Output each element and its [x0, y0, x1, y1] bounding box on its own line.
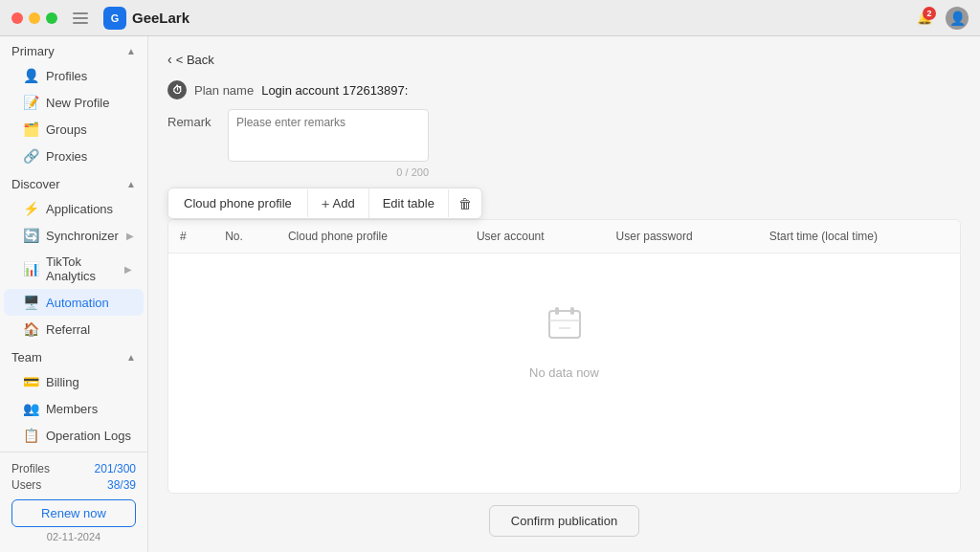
- sidebar-item-synchronizer[interactable]: 🔄 Synchronizer ▶: [4, 222, 144, 249]
- profiles-footer-label: Profiles: [11, 462, 50, 475]
- col-no: No.: [213, 220, 277, 254]
- sidebar-item-label: Synchronizer: [46, 229, 119, 243]
- automation-icon: 🖥️: [23, 295, 38, 310]
- chevron-up-icon: ▲: [126, 46, 136, 56]
- arrow-icon: ▶: [126, 231, 134, 241]
- footer-date: 02-11-2024: [11, 531, 136, 542]
- referral-icon: 🏠: [23, 321, 38, 337]
- no-data-icon: [542, 301, 588, 356]
- close-button[interactable]: [11, 12, 23, 24]
- svg-rect-2: [570, 307, 574, 315]
- back-arrow-icon: ‹: [167, 52, 172, 67]
- sidebar-item-billing[interactable]: 💳 Billing: [4, 368, 144, 395]
- sidebar-footer: Profiles 201/300 Users 38/39 Renew now 0…: [0, 452, 147, 552]
- svg-rect-1: [555, 307, 559, 315]
- sidebar-item-new-profile[interactable]: 📝 New Profile: [4, 89, 144, 116]
- logo-area: G GeeLark: [103, 7, 189, 30]
- delete-icon-button[interactable]: 🗑: [449, 189, 481, 218]
- sidebar-item-label: Operation Logs: [46, 429, 131, 443]
- sidebar-item-tiktok-analytics[interactable]: 📊 TikTok Analytics ▶: [4, 249, 144, 289]
- user-avatar[interactable]: 👤: [946, 7, 969, 30]
- titlebar-right: 🔔 2 👤: [917, 7, 969, 30]
- col-user-password: User password: [605, 220, 758, 254]
- profiles-icon: 👤: [23, 68, 38, 83]
- toolbar: Cloud phone profile + Add Edit table 🗑: [167, 188, 961, 219]
- sidebar-item-groups[interactable]: 🗂️ Groups: [4, 116, 144, 143]
- plan-label: Plan name: [194, 83, 254, 98]
- sidebar-item-profiles[interactable]: 👤 Profiles: [4, 62, 144, 89]
- trash-icon: 🗑: [458, 196, 472, 211]
- data-table: # No. Cloud phone profile User account U…: [168, 220, 960, 428]
- applications-icon: ⚡: [23, 201, 38, 216]
- bottom-bar: Confirm publication: [167, 505, 961, 537]
- back-label: < Back: [176, 53, 214, 67]
- sidebar-section-discover[interactable]: Discover ▲: [0, 169, 147, 195]
- proxies-icon: 🔗: [23, 148, 38, 164]
- groups-icon: 🗂️: [23, 121, 38, 137]
- remark-label: Remark: [167, 109, 220, 129]
- plan-row: ⏱ Plan name Login account 172613897:: [167, 80, 961, 99]
- back-link[interactable]: ‹ < Back: [167, 52, 961, 67]
- remark-row: Remark 0 / 200: [167, 109, 961, 178]
- sidebar-section-primary[interactable]: Primary ▲: [0, 36, 147, 62]
- sidebar-item-referral[interactable]: 🏠 Referral: [4, 316, 144, 342]
- profiles-count-row: Profiles 201/300: [11, 462, 136, 475]
- sidebar-item-label: TikTok Analytics: [46, 254, 117, 283]
- sidebar-item-label: Referral: [46, 322, 90, 337]
- plan-icon: ⏱: [167, 80, 187, 99]
- add-button[interactable]: + Add: [308, 188, 369, 218]
- no-data-container: No data now: [168, 254, 960, 428]
- notification-icon[interactable]: 🔔 2: [917, 11, 932, 25]
- logo-icon: G: [103, 7, 126, 30]
- sidebar-section-team[interactable]: Team ▲: [0, 342, 147, 368]
- operation-logs-icon: 📋: [23, 428, 38, 443]
- sidebar-item-operation-logs[interactable]: 📋 Operation Logs: [4, 422, 144, 449]
- sidebar-item-label: Applications: [46, 202, 113, 216]
- minimize-button[interactable]: [29, 12, 40, 24]
- billing-icon: 💳: [23, 374, 38, 389]
- users-count-row: Users 38/39: [11, 478, 136, 492]
- notif-badge: 2: [923, 7, 936, 20]
- users-footer-count: 38/39: [107, 478, 136, 492]
- synchronizer-icon: 🔄: [23, 228, 38, 243]
- col-user-account: User account: [465, 220, 605, 254]
- sidebar: Primary ▲ 👤 Profiles 📝 New Profile 🗂️ Gr…: [0, 36, 148, 552]
- table-container: # No. Cloud phone profile User account U…: [167, 219, 961, 494]
- avatar-icon: 👤: [949, 11, 966, 26]
- sidebar-item-label: Groups: [46, 122, 87, 137]
- sidebar-toggle[interactable]: [73, 12, 88, 24]
- main-layout: Primary ▲ 👤 Profiles 📝 New Profile 🗂️ Gr…: [0, 36, 980, 552]
- new-profile-icon: 📝: [23, 95, 38, 110]
- sidebar-item-label: Members: [46, 402, 98, 416]
- users-footer-label: Users: [11, 478, 41, 492]
- remark-textarea[interactable]: [228, 109, 429, 162]
- plan-value: Login account 172613897:: [261, 83, 408, 98]
- profiles-footer-count: 201/300: [95, 462, 136, 475]
- sidebar-item-members[interactable]: 👥 Members: [4, 395, 144, 422]
- plus-icon: +: [322, 195, 330, 211]
- svg-rect-0: [549, 311, 580, 338]
- chevron-up-icon: ▲: [126, 179, 136, 189]
- col-hash: #: [168, 220, 213, 254]
- maximize-button[interactable]: [46, 12, 57, 24]
- renew-now-button[interactable]: Renew now: [11, 499, 136, 527]
- col-start-time: Start time (local time): [758, 220, 960, 254]
- content-area: ‹ < Back ⏱ Plan name Login account 17261…: [148, 36, 980, 552]
- sidebar-item-proxies[interactable]: 🔗 Proxies: [4, 143, 144, 169]
- confirm-publication-button[interactable]: Confirm publication: [489, 505, 639, 537]
- edit-table-button[interactable]: Edit table: [369, 189, 449, 217]
- traffic-lights: [11, 12, 57, 24]
- chevron-up-icon: ▲: [126, 352, 136, 363]
- no-data-text: No data now: [529, 365, 599, 380]
- members-icon: 👥: [23, 401, 38, 416]
- sidebar-item-automation[interactable]: 🖥️ Automation: [4, 289, 144, 316]
- analytics-icon: 📊: [23, 261, 38, 276]
- char-count: 0 / 200: [228, 166, 429, 178]
- sidebar-item-label: New Profile: [46, 96, 109, 110]
- col-cloud-phone-profile: Cloud phone profile: [277, 220, 465, 254]
- sidebar-item-label: Profiles: [46, 69, 87, 83]
- titlebar: G GeeLark 🔔 2 👤: [0, 0, 980, 36]
- add-label: Add: [333, 196, 355, 210]
- sidebar-item-applications[interactable]: ⚡ Applications: [4, 195, 144, 222]
- cloud-phone-profile-tab[interactable]: Cloud phone profile: [168, 189, 308, 217]
